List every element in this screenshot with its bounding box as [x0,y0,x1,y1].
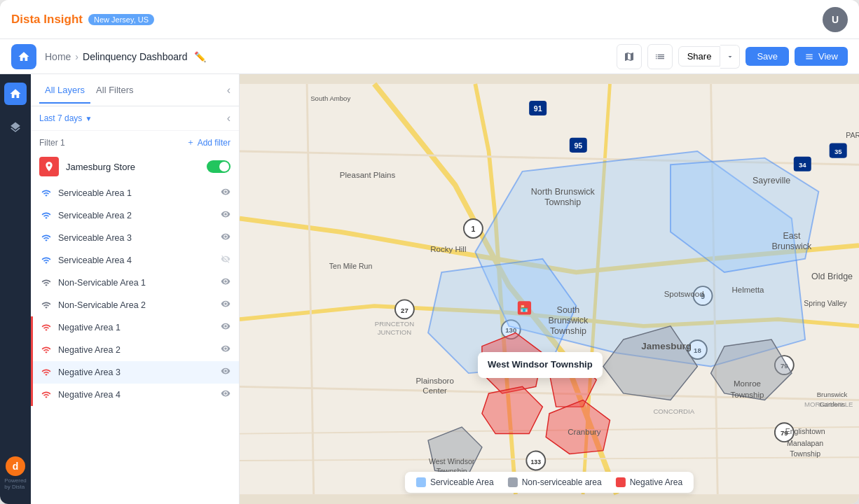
list-icon-button[interactable] [647,44,673,69]
breadcrumb-home[interactable]: Home [45,51,71,62]
layer-name: Serviceable Area 3 [58,233,215,243]
list-icon [654,51,666,62]
sidebar-home-icon[interactable] [4,83,27,105]
nav-bar-actions: Share Save View [617,44,848,69]
brand-name: Dista Insight [11,13,83,27]
filter-time-row: Last 7 days ▼ ‹ [31,106,239,131]
sidebar-narrow: d Poweredby Dista [0,74,31,504]
home-sidebar-icon [9,88,22,100]
legend-non-serviceable: Non-serviceable area [508,477,602,487]
svg-text:Center: Center [422,386,447,395]
layer-item[interactable]: Negative Area 1 [31,316,239,339]
layer-type-icon [41,367,53,378]
svg-text:Monroe: Monroe [734,379,761,388]
legend-dot-serviceable [416,477,426,487]
add-filter-plus: ＋ [186,136,195,148]
layer-eye-icon[interactable] [221,321,231,334]
top-bar: Dista Insight New Jersey, US U [0,0,859,39]
save-button[interactable]: Save [745,47,789,66]
svg-text:Township: Township [730,391,764,399]
breadcrumb: Home › Delinquency Dashboard ✏️ [45,51,206,62]
svg-text:Ten Mile Run: Ten Mile Run [329,262,373,270]
sidebar-layers-icon[interactable] [4,116,27,139]
map-icon [624,51,635,62]
layer-item[interactable]: Serviceable Area 4 [31,249,239,272]
layer-type-icon [41,188,53,199]
map-icon-button[interactable] [617,44,642,69]
layer-item[interactable]: Serviceable Area 3 [31,227,239,249]
svg-text:🏪: 🏪 [520,304,528,313]
svg-text:91: 91 [534,104,542,113]
share-dropdown-button[interactable] [720,45,740,69]
svg-text:Sayreville: Sayreville [753,176,790,186]
layer-name: Negative Area 1 [58,323,215,332]
avatar: U [823,7,848,32]
brand-badge: New Jersey, US [88,14,154,25]
layer-eye-icon[interactable] [221,187,231,200]
layer-item[interactable]: Non-Servicable Area 1 [31,272,239,294]
tab-all-layers[interactable]: All Layers [39,78,90,104]
svg-text:MORGANVILLE: MORGANVILLE [804,400,853,408]
filter-collapse-button[interactable]: ‹ [227,112,231,125]
store-row: Jamesburg Store [31,151,239,182]
time-filter-arrow: ▼ [85,115,92,122]
home-button[interactable] [11,44,36,69]
layer-eye-icon[interactable] [221,299,231,312]
tooltip-title: West Windsor Township [488,359,593,370]
store-toggle[interactable] [207,160,231,173]
layer-eye-icon[interactable] [221,232,231,244]
svg-text:Spotswood: Spotswood [664,290,704,298]
layer-eye-icon[interactable] [221,366,231,379]
edit-icon[interactable]: ✏️ [194,51,206,62]
time-filter[interactable]: Last 7 days ▼ [39,113,92,123]
view-label: View [818,51,838,62]
svg-text:East: East [783,231,801,241]
layer-item[interactable]: Serviceable Area 2 [31,204,239,227]
svg-text:Brunswick: Brunswick [771,241,812,251]
svg-text:JUNCTION: JUNCTION [378,328,412,336]
filter-label-row: Filter 1 ＋ Add filter [31,131,239,151]
share-button[interactable]: Share [678,46,721,66]
svg-text:95: 95 [574,141,582,150]
layer-eye-icon[interactable] [221,388,231,401]
layer-name: Serviceable Area 1 [58,188,215,198]
layer-type-icon [41,277,53,288]
layer-name: Non-Servicable Area 2 [58,300,215,310]
legend-negative: Negative Area [616,477,682,487]
svg-text:27: 27 [401,307,408,314]
svg-text:Brunswick: Brunswick [817,391,848,398]
svg-text:1: 1 [471,225,475,233]
layer-name: Negative Area 4 [58,390,215,400]
share-group: Share [678,45,741,69]
panel-collapse-button[interactable]: ‹ [227,84,231,97]
time-filter-label: Last 7 days [39,113,82,123]
layer-item[interactable]: Serviceable Area 1 [31,182,239,204]
map-area[interactable]: 95 91 1 130 27 9 35 [240,74,859,504]
filter-label: Filter 1 [39,138,65,148]
layer-eye-icon[interactable] [221,254,231,267]
legend-negative-label: Negative Area [630,477,682,487]
legend-dot-non-serviceable [508,477,518,487]
add-filter-button[interactable]: ＋ Add filter [186,136,231,148]
layers-list: Serviceable Area 1 Serviceable Area 2 Se… [31,182,239,504]
layer-item[interactable]: Negative Area 3 [31,361,239,384]
svg-text:Englishtown: Englishtown [785,427,825,435]
layer-item[interactable]: Negative Area 4 [31,384,239,406]
svg-text:PARLIN: PARLIN [846,131,859,139]
layer-item[interactable]: Non-Servicable Area 2 [31,294,239,316]
legend-serviceable: Serviceable Area [416,477,494,487]
svg-text:Helmetta: Helmetta [731,286,764,294]
layer-type-icon [41,232,53,244]
view-button[interactable]: View [795,47,848,66]
layer-eye-icon[interactable] [221,344,231,356]
tab-all-filters[interactable]: All Filters [90,78,139,104]
layer-eye-icon[interactable] [221,209,231,222]
breadcrumb-separator: › [75,51,78,62]
svg-text:North Brunswick: North Brunswick [531,187,596,197]
map-background: 95 91 1 130 27 9 35 [240,74,859,504]
panel-tabs: All Layers All Filters ‹ [31,74,239,106]
layer-eye-icon[interactable] [221,276,231,289]
layer-name: Non-Servicable Area 1 [58,278,215,288]
layer-item[interactable]: Negative Area 2 [31,339,239,361]
layer-name: Serviceable Area 2 [58,211,215,220]
